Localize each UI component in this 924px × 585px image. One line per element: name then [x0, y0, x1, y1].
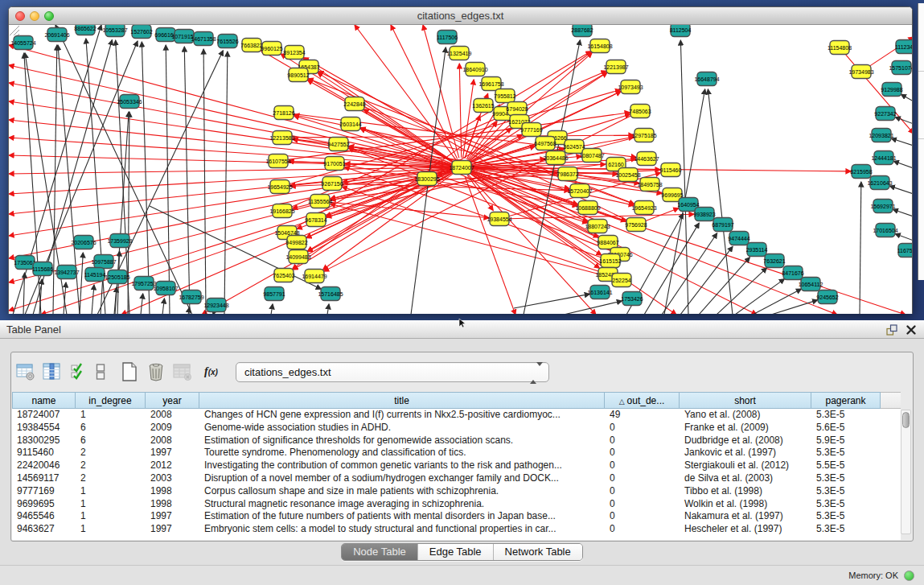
table-cell[interactable]: 5.9E-5: [811, 435, 881, 447]
table-cell[interactable]: 0: [605, 447, 680, 459]
graph-edge[interactable]: [465, 176, 515, 314]
tab-node-table[interactable]: Node Table: [342, 544, 417, 560]
table-cell[interactable]: 0: [605, 459, 680, 472]
close-panel-icon[interactable]: [905, 323, 918, 336]
table-cell[interactable]: Nakamura et al. (1997): [680, 510, 811, 523]
table-cell[interactable]: Tibbo et al. (1998): [680, 485, 811, 498]
delete-trash-icon[interactable]: [145, 361, 166, 383]
table-cell[interactable]: 0: [605, 472, 680, 485]
import-checks-icon[interactable]: [68, 361, 89, 383]
table-cell[interactable]: 1998: [146, 485, 199, 498]
table-cell[interactable]: 2009: [146, 422, 199, 435]
table-cell[interactable]: Wolkin et al. (1998): [680, 498, 811, 511]
table-cell[interactable]: 18300295: [12, 435, 76, 447]
table-cell[interactable]: 9463627: [12, 523, 76, 536]
table-cell[interactable]: Estimation of the future numbers of pati…: [199, 510, 605, 523]
graph-edge[interactable]: [662, 233, 717, 314]
table-cell[interactable]: 1997: [146, 523, 199, 536]
graph-edge[interactable]: [889, 186, 912, 194]
new-table-icon[interactable]: [118, 361, 140, 383]
table-cell[interactable]: 1: [76, 510, 146, 523]
table-cell[interactable]: 22420046: [12, 459, 76, 472]
table-cell[interactable]: 1997: [146, 447, 199, 459]
table-cell[interactable]: 2008: [146, 435, 199, 447]
table-cell[interactable]: Tourette syndrome. Phenomenology and cla…: [199, 447, 605, 459]
graph-edge[interactable]: [895, 117, 912, 124]
graph-edge[interactable]: [184, 47, 190, 314]
column-header-in_degree[interactable]: in_degree: [76, 392, 146, 409]
table-cell[interactable]: Structural magnetic resonance image aver…: [199, 498, 605, 511]
table-cell[interactable]: 1: [76, 523, 146, 536]
graph-edge[interactable]: [753, 289, 802, 314]
table-vertical-scrollbar[interactable]: [901, 410, 911, 534]
table-cell[interactable]: Embryonic stem cells: a model to study s…: [199, 523, 605, 536]
table-cell[interactable]: Investigating the contribution of common…: [199, 459, 605, 472]
table-cell[interactable]: 0: [605, 498, 680, 511]
table-row[interactable]: 969969511998Structural magnetic resonanc…: [12, 498, 901, 511]
table-row[interactable]: 1938455462009Genome-wide association stu…: [12, 422, 901, 435]
table-cell[interactable]: 1: [76, 485, 146, 498]
table-row[interactable]: 977716911998Corpus callosum shape and si…: [12, 485, 901, 498]
table-cell[interactable]: 5.3E-5: [811, 523, 881, 536]
graph-edge[interactable]: [9, 120, 452, 167]
table-row[interactable]: 1456911722003Disruption of a novel membe…: [12, 472, 901, 485]
graph-edge[interactable]: [271, 304, 273, 314]
table-cell[interactable]: 0: [605, 422, 680, 435]
table-cell[interactable]: 1: [76, 409, 146, 422]
graph-edge[interactable]: [893, 161, 912, 168]
table-cell[interactable]: 6: [76, 422, 146, 435]
table-cell[interactable]: 9465546: [12, 510, 76, 523]
table-row[interactable]: 1830029562008Estimation of significance …: [12, 435, 901, 447]
table-cell[interactable]: 2: [76, 447, 146, 459]
table-cell[interactable]: Genome-wide association studies in ADHD.: [199, 422, 605, 435]
table-cell[interactable]: 5.3E-5: [811, 409, 881, 422]
table-cell[interactable]: 1998: [146, 498, 199, 511]
table-cell[interactable]: 2012: [146, 459, 199, 472]
graph-edge[interactable]: [327, 304, 329, 314]
graph-edge[interactable]: [162, 299, 164, 314]
tab-network-table[interactable]: Network Table: [493, 544, 582, 560]
graph-edge[interactable]: [459, 64, 461, 158]
table-cell[interactable]: 49: [605, 409, 680, 422]
table-cell[interactable]: 2: [76, 459, 146, 472]
tab-edge-table[interactable]: Edge Table: [417, 544, 493, 560]
graph-edge[interactable]: [514, 294, 589, 308]
table-cell[interactable]: 9777169: [12, 485, 76, 498]
table-cell[interactable]: 5.6E-5: [811, 422, 881, 435]
table-cell[interactable]: 1: [76, 498, 146, 511]
graph-edge[interactable]: [893, 209, 912, 216]
graph-edge[interactable]: [166, 45, 170, 314]
table-cell[interactable]: 5.3E-5: [811, 447, 881, 459]
table-cell[interactable]: Jankovic et al. (1997): [680, 447, 811, 459]
table-cell[interactable]: de Silva et al. (2003): [680, 472, 811, 485]
table-cell[interactable]: 5.3E-5: [811, 485, 881, 498]
table-cell[interactable]: 5.3E-5: [811, 472, 881, 485]
table-cell[interactable]: Stergiakouli et al. (2012): [680, 459, 811, 472]
delete-table-disabled-icon[interactable]: [171, 361, 193, 383]
table-cell[interactable]: 0: [605, 523, 680, 536]
table-cell[interactable]: 1997: [146, 510, 199, 523]
graph-edge[interactable]: [141, 294, 143, 314]
table-cell[interactable]: 2003: [146, 472, 199, 485]
graph-edge[interactable]: [680, 40, 688, 314]
graph-edge[interactable]: [891, 138, 912, 146]
table-cell[interactable]: Disruption of a novel member of a sodium…: [199, 472, 605, 485]
column-header-title[interactable]: title: [199, 392, 605, 409]
table-cell[interactable]: 5.3E-5: [811, 498, 881, 511]
column-header-pagerank[interactable]: pagerank: [811, 392, 881, 409]
table-cell[interactable]: 9699695: [12, 498, 76, 511]
graph-edge[interactable]: [331, 204, 613, 278]
table-selector-dropdown[interactable]: citations_edges.txt: [236, 362, 549, 382]
table-cell[interactable]: 9115460: [12, 447, 76, 459]
scrollbar-thumb[interactable]: [902, 412, 910, 428]
graph-edge[interactable]: [92, 285, 94, 314]
table-cell[interactable]: 18724007: [12, 409, 76, 422]
float-panel-icon[interactable]: [885, 323, 898, 336]
graph-edge[interactable]: [860, 182, 861, 314]
column-header-year[interactable]: year: [146, 392, 199, 409]
table-row[interactable]: 946362711997Embryonic stem cells: a mode…: [12, 523, 901, 536]
graph-edge[interactable]: [224, 51, 228, 314]
column-header-out_de[interactable]: △out_de...: [605, 392, 680, 409]
network-window-titlebar[interactable]: citations_edges.txt: [9, 7, 912, 25]
table-cell[interactable]: 2: [76, 472, 146, 485]
